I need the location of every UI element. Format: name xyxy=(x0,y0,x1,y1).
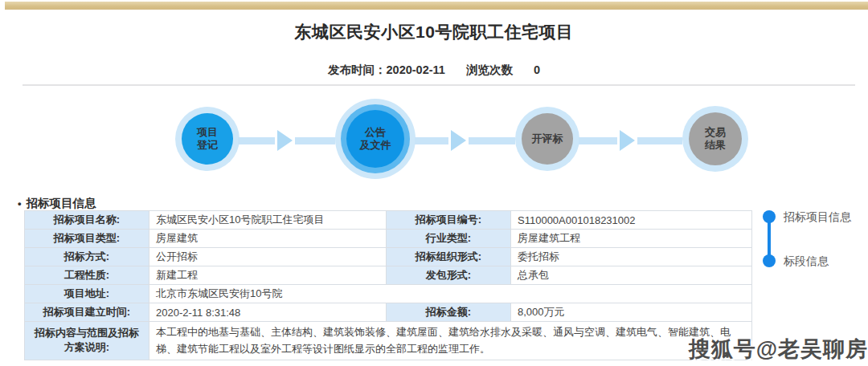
value-industry-type: 房屋建筑工程 xyxy=(511,230,752,248)
nav-dot-icon[interactable] xyxy=(763,254,776,267)
label-industry-type: 行业类型: xyxy=(387,230,511,248)
header-divider xyxy=(23,84,855,86)
value-project-address: 北京市东城区民安街10号院 xyxy=(149,285,752,303)
label-project-type: 招标项目类型: xyxy=(25,230,149,248)
label-created-time: 招标项目建立时间: xyxy=(25,303,149,322)
section-title-text: 招标项目信息 xyxy=(27,197,96,209)
top-accent-bar xyxy=(5,2,868,10)
arrowhead-icon xyxy=(451,130,466,151)
active-step-ring: 公告 及文件 xyxy=(341,104,410,173)
views-label: 浏览次数 xyxy=(466,63,513,76)
flow-step-label: 开评标 xyxy=(522,113,573,165)
bullet-icon: • xyxy=(18,197,22,209)
value-scope-description: 本工程中的地基与基础、主体结构、建筑装饰装修、建筑屋面、建筑给水排水及采暖、通风… xyxy=(149,322,752,360)
value-tender-method: 公开招标 xyxy=(149,248,387,266)
page: 东城区民安小区10号院职工住宅项目 发布时间：2020-02-11浏览次数0 项… xyxy=(0,0,868,366)
section-title-tender-info: •招标项目信息 xyxy=(18,196,96,211)
flow-step-label: 公告 及文件 xyxy=(346,110,404,168)
page-title: 东城区民安小区10号院职工住宅项目 xyxy=(0,21,868,43)
nav-item-tender-project-info[interactable]: 招标项目信息 xyxy=(784,210,851,225)
label-tender-amount: 招标金额: xyxy=(387,303,511,322)
arrow-bar xyxy=(415,137,448,144)
arrow-bar xyxy=(637,137,682,144)
table-row: 招标项目建立时间: 2020-2-11 8:31:48 招标金额: 8,000万… xyxy=(25,303,752,322)
table-row: 招标项目名称: 东城区民安小区10号院职工住宅项目 招标项目编号: S11000… xyxy=(25,211,752,230)
table-row: 招标方式: 公开招标 招标组织形式: 委托招标 xyxy=(25,248,752,266)
flow-step-bid-evaluation[interactable]: 开评标 xyxy=(515,107,579,171)
value-project-number: S110000A001018231002 xyxy=(511,211,752,230)
table-row: 招标项目类型: 房屋建筑 行业类型: 房屋建筑工程 xyxy=(25,230,752,248)
flow-step-label: 交易 结果 xyxy=(689,112,742,165)
label-project-name: 招标项目名称: xyxy=(25,211,149,230)
arrow-bar xyxy=(579,137,617,144)
flow-arrow-icon xyxy=(238,130,335,151)
label-project-address: 项目地址: xyxy=(25,285,149,303)
flow-step-project-register[interactable]: 项目 登记 xyxy=(175,107,240,171)
flow-step-transaction-result[interactable]: 交易 结果 xyxy=(682,106,748,172)
nav-dot-icon[interactable] xyxy=(763,210,776,223)
table-row: 工程性质: 新建工程 发包形式: 总承包 xyxy=(25,266,752,285)
arrow-bar xyxy=(469,137,515,144)
table-row: 招标内容与范围及招标 方案说明: 本工程中的地基与基础、主体结构、建筑装饰装修、… xyxy=(25,322,752,360)
flow-arrow-icon xyxy=(415,130,515,151)
arrow-bar xyxy=(295,137,335,144)
flow-step-announcement-active[interactable]: 公告 及文件 xyxy=(335,99,416,179)
value-contract-form: 总承包 xyxy=(511,266,752,285)
arrowhead-icon xyxy=(277,130,293,151)
sohu-watermark: 搜狐号@老吴聊房 xyxy=(689,335,868,364)
value-project-name: 东城区民安小区10号院职工住宅项目 xyxy=(149,211,387,230)
nav-item-section-info[interactable]: 标段信息 xyxy=(784,254,829,269)
value-project-nature: 新建工程 xyxy=(149,266,387,285)
publish-time-value: 2020-02-11 xyxy=(387,63,445,76)
arrowhead-icon xyxy=(620,130,635,151)
label-project-nature: 工程性质: xyxy=(25,266,149,285)
views-count: 0 xyxy=(534,63,540,76)
flow-arrow-icon xyxy=(579,130,682,151)
label-organization-form: 招标组织形式: xyxy=(387,248,511,266)
arrow-bar xyxy=(238,137,275,144)
publish-time-label: 发布时间： xyxy=(328,63,387,76)
flow-step-label: 项目 登记 xyxy=(182,113,233,165)
label-project-number: 招标项目编号: xyxy=(387,211,511,230)
anchor-nav: 招标项目信息 标段信息 xyxy=(757,205,862,281)
label-scope-description: 招标内容与范围及招标 方案说明: xyxy=(25,322,149,360)
tender-info-table: 招标项目名称: 东城区民安小区10号院职工住宅项目 招标项目编号: S11000… xyxy=(24,210,752,360)
value-organization-form: 委托招标 xyxy=(511,248,752,266)
table-row: 项目地址: 北京市东城区民安街10号院 xyxy=(25,285,752,303)
value-project-type: 房屋建筑 xyxy=(149,230,387,248)
label-tender-method: 招标方式: xyxy=(25,248,149,266)
value-tender-amount: 8,000万元 xyxy=(511,303,752,322)
publish-meta: 发布时间：2020-02-11浏览次数0 xyxy=(0,63,868,78)
value-created-time: 2020-2-11 8:31:48 xyxy=(149,303,387,322)
label-contract-form: 发包形式: xyxy=(387,266,511,285)
